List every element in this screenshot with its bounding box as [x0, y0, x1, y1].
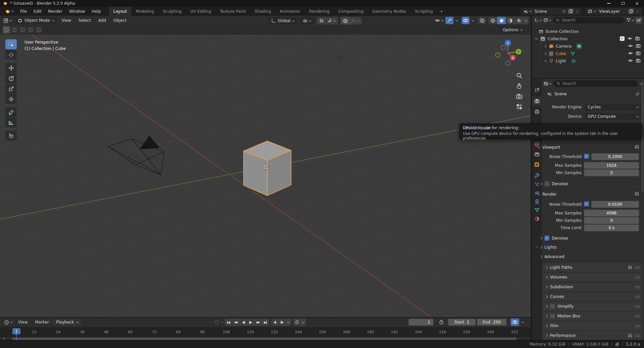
outliner-display-mode-button[interactable]	[534, 18, 542, 22]
shading-dropdown[interactable]	[523, 17, 529, 24]
tab-output-icon[interactable]	[534, 109, 540, 114]
outliner-row-light[interactable]: Light	[544, 57, 576, 64]
tool-select-box[interactable]	[5, 39, 17, 49]
properties-search-input[interactable]: Search	[553, 80, 638, 87]
outliner-row-cube[interactable]: ▽ Cube	[544, 50, 575, 57]
expand-channels-icon[interactable]	[2, 337, 5, 340]
tab-rendering[interactable]: Rendering	[305, 7, 334, 16]
r-noise-threshold-field[interactable]: 0.0100	[591, 201, 639, 208]
pin-icon[interactable]	[635, 92, 640, 96]
tool-annotate[interactable]	[5, 107, 17, 117]
r-noise-threshold-checkbox[interactable]: ✓	[584, 201, 589, 206]
tab-sculpting[interactable]: Sculpting	[158, 7, 186, 16]
shading-material-button[interactable]	[506, 17, 515, 24]
outliner-row-camera[interactable]: Camera	[544, 43, 582, 50]
frame-back-button[interactable]: ◀	[271, 318, 278, 326]
hide-eye-icon[interactable]	[628, 43, 633, 48]
keying-set-button[interactable]: Ω	[293, 318, 301, 326]
gizmo-y-neg-axis[interactable]	[496, 53, 500, 57]
current-frame-field[interactable]: 1	[409, 319, 433, 326]
new-scene-button[interactable]	[568, 8, 574, 14]
new-viewlayer-button[interactable]	[628, 8, 634, 14]
r-max-samples-field[interactable]: 4096	[584, 210, 639, 216]
keying-dropdown[interactable]	[301, 318, 306, 326]
viewport-menu-view[interactable]: View	[59, 16, 74, 25]
auto-keying-toggle[interactable]	[213, 318, 220, 326]
tab-constraints-icon[interactable]	[534, 199, 540, 204]
timeline-menu-marker[interactable]: Marker	[32, 318, 52, 327]
panel-film[interactable]: Film	[543, 321, 643, 330]
timeline-menu-playback[interactable]: Playback	[53, 319, 81, 326]
light-object[interactable]	[335, 53, 345, 63]
tab-tool-icon[interactable]	[534, 87, 540, 93]
timeline-overlays-toggle[interactable]	[511, 318, 519, 326]
jump-to-end-button[interactable]: ▶	[262, 318, 269, 326]
blender-menu-button[interactable]	[1, 7, 17, 16]
options-dropdown[interactable]: Options	[500, 27, 525, 33]
outliner-viewlayer-button[interactable]	[543, 18, 551, 22]
shading-rendered-button[interactable]	[515, 17, 523, 24]
pivot-point-dropdown[interactable]	[300, 17, 314, 24]
outliner-row-collection[interactable]: Collection	[535, 35, 568, 42]
tab-material-icon[interactable]	[534, 216, 540, 221]
tool-rotate[interactable]	[5, 73, 17, 83]
maximize-button[interactable]	[616, 0, 630, 7]
panel-motion-blur[interactable]: Motion Blur	[543, 312, 643, 320]
expand-icon[interactable]	[540, 246, 542, 249]
outliner-filter-button[interactable]	[626, 18, 634, 22]
device-dropdown[interactable]: GPU Compute	[585, 113, 641, 120]
expand-icon[interactable]	[540, 237, 542, 239]
r-min-samples-field[interactable]: 0	[584, 217, 639, 224]
vp-min-samples-field[interactable]: 0	[584, 169, 639, 176]
select-mode-invert-button[interactable]	[27, 26, 34, 34]
navigation-gizmo[interactable]: Z Y X	[494, 39, 525, 71]
add-workspace-button[interactable]: +	[437, 7, 446, 16]
collection-checkbox[interactable]: ✓	[620, 36, 625, 41]
select-mode-subtract-button[interactable]	[19, 26, 26, 34]
tab-modeling[interactable]: Modeling	[131, 7, 159, 16]
tool-measure[interactable]	[5, 117, 17, 128]
menu-help[interactable]: Help	[88, 7, 104, 16]
jump-to-start-button[interactable]: ◀	[225, 318, 232, 326]
frame-start-field[interactable]: Start 1	[448, 319, 476, 326]
next-keyframe-button[interactable]: ◆▶	[254, 318, 262, 326]
panel-volumes[interactable]: Volumes	[543, 273, 643, 282]
timeline-h-scrollbar[interactable]	[12, 338, 517, 340]
timeline-editor-type-button[interactable]	[3, 320, 14, 325]
tab-render-icon[interactable]	[534, 98, 540, 104]
tab-scripting[interactable]: Scripting	[411, 7, 437, 16]
tab-texture-paint[interactable]: Texture Paint	[216, 7, 250, 16]
panel-simplify[interactable]: Simplify	[543, 302, 643, 311]
tab-scroll-down-icon[interactable]	[535, 245, 538, 248]
menu-window[interactable]: Window	[66, 7, 88, 16]
snap-toggle[interactable]	[317, 17, 325, 24]
playhead[interactable]: 1	[12, 328, 20, 334]
lights-panel[interactable]: Lights	[544, 245, 556, 250]
render-visibility-icon[interactable]	[636, 43, 641, 48]
previous-keyframe-button[interactable]: ◀◆	[232, 318, 239, 326]
panel-performance[interactable]: Performance	[543, 331, 643, 340]
use-preview-range-button[interactable]	[439, 319, 444, 325]
zoom-view-button[interactable]	[516, 72, 523, 79]
render-visibility-icon[interactable]	[636, 58, 641, 63]
proportional-editing-toggle[interactable]	[341, 17, 349, 24]
viewport-menu-select[interactable]: Select	[76, 16, 94, 25]
menu-file[interactable]: File	[17, 7, 30, 16]
tab-compositing[interactable]: Compositing	[334, 7, 368, 16]
render-panel-title[interactable]: Render	[542, 192, 557, 197]
tab-animation[interactable]: Animation	[275, 7, 305, 16]
panel-subdivision[interactable]: Subdivision	[543, 283, 643, 291]
tab-layout[interactable]: Layout	[109, 7, 131, 16]
outliner-row-scene-collection[interactable]: Scene Collection	[539, 28, 579, 35]
delete-viewlayer-button[interactable]: ×	[636, 9, 639, 14]
collapse-icon[interactable]	[538, 145, 540, 148]
frame-jump-dropdown[interactable]	[286, 318, 291, 326]
camera-view-button[interactable]	[516, 93, 523, 100]
motion-blur-checkbox[interactable]	[550, 314, 555, 318]
gizmos-dropdown[interactable]	[454, 17, 460, 24]
panel-curves[interactable]: Curves	[543, 292, 643, 301]
collapse-icon[interactable]	[538, 192, 540, 195]
frame-end-field[interactable]: End 250	[477, 319, 506, 326]
r-denoise-checkbox[interactable]: ✓	[544, 236, 549, 241]
expand-icon[interactable]	[544, 52, 546, 55]
